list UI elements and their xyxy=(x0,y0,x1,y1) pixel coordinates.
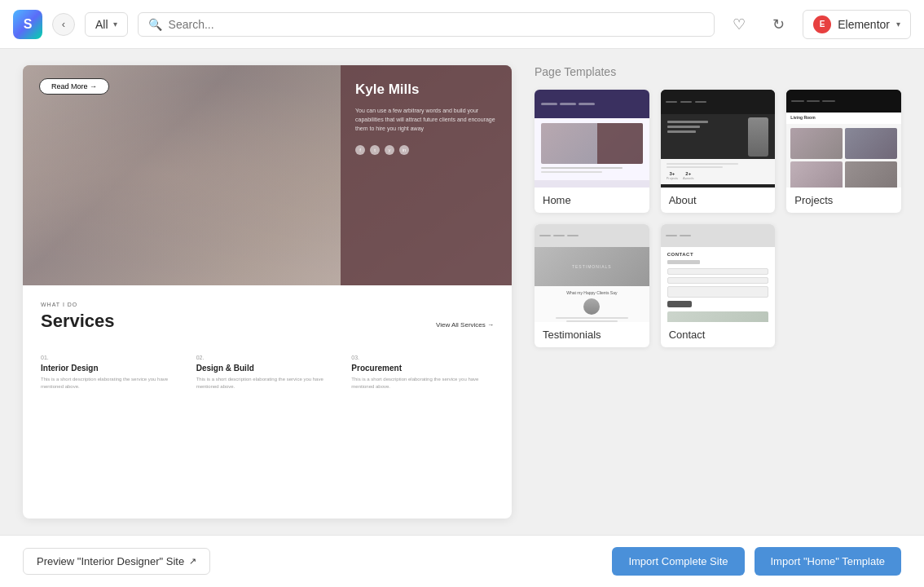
template-thumb-projects: Living Room xyxy=(786,90,901,188)
template-thumb-home xyxy=(535,90,649,188)
footer-actions: Import Complete Site Import "Home" Templ… xyxy=(612,547,901,576)
template-label-testimonials: Testimonials xyxy=(535,322,649,347)
refresh-button[interactable]: ↻ xyxy=(763,10,793,39)
stat-2: 2+ Awards xyxy=(683,171,693,180)
thumb-home-body xyxy=(535,118,649,180)
favorites-button[interactable]: ♡ xyxy=(724,10,754,39)
template-card-projects[interactable]: Living Room Projects xyxy=(786,90,901,213)
template-card-contact[interactable]: CONTACT Contact xyxy=(661,224,776,347)
template-label-projects: Projects xyxy=(786,188,901,213)
hero-social-icons: f t y in xyxy=(355,145,497,155)
nav-dot xyxy=(560,103,576,105)
elementor-label: Elementor xyxy=(838,18,890,31)
template-thumb-testimonials: Testimonials What my Happy Clients Say xyxy=(535,224,649,322)
social-icon-2: t xyxy=(370,145,380,155)
filter-dropdown[interactable]: All ▾ xyxy=(85,12,128,37)
nav-dot xyxy=(541,103,557,105)
thumb-about-top xyxy=(661,90,776,114)
import-home-button[interactable]: Import "Home" Template xyxy=(755,547,902,576)
service-title-1: Interior Design xyxy=(41,364,183,373)
social-icon-4: in xyxy=(399,145,409,155)
stat-label-1: Projects xyxy=(667,176,678,180)
thumb-cont-textarea xyxy=(667,286,769,298)
view-all-link: View All Services → xyxy=(436,321,494,329)
search-icon: 🔍 xyxy=(148,18,162,31)
footer: Preview "Interior Designer" Site ↗ Impor… xyxy=(0,535,924,587)
preview-hero-section: Read More → Kyle Mills You can use a few… xyxy=(23,65,512,285)
thumb-cont-submit xyxy=(667,301,692,307)
thumb-about-person xyxy=(748,117,768,157)
service-num-3: 03. xyxy=(351,355,494,360)
thumb-about-body: 3+ Projects 2+ Awards xyxy=(661,159,776,184)
preview-inner: Read More → Kyle Mills You can use a few… xyxy=(23,65,512,519)
template-card-testimonials[interactable]: Testimonials What my Happy Clients Say T… xyxy=(535,224,649,347)
thumb-proj-top xyxy=(786,90,901,113)
thumb-cont-field-2 xyxy=(667,277,769,284)
service-item-3: 03. Procurement This is a short descript… xyxy=(351,355,494,391)
proj-item-4 xyxy=(845,161,897,188)
service-desc-2: This is a short description elaborating … xyxy=(196,376,339,391)
templates-grid: Home xyxy=(535,90,901,347)
thumb-cont-title xyxy=(667,260,700,264)
template-card-about[interactable]: 3+ Projects 2+ Awards About xyxy=(661,90,776,213)
nav-line xyxy=(567,235,579,236)
thumb-home-top xyxy=(535,90,649,118)
thumb-home-overlay xyxy=(597,123,643,164)
service-desc-3: This is a short description elaborating … xyxy=(351,376,494,391)
thumb-test-hero: Testimonials xyxy=(535,247,649,286)
service-num-1: 01. xyxy=(41,355,183,360)
thumb-test-person xyxy=(583,298,600,315)
nav-line xyxy=(666,235,677,236)
social-icon-1: f xyxy=(355,145,365,155)
nav-line xyxy=(822,100,835,102)
proj-item-1 xyxy=(790,128,843,159)
elementor-dropdown[interactable]: E Elementor ▾ xyxy=(803,10,911,39)
service-item-1: 01. Interior Design This is a short desc… xyxy=(41,355,183,391)
services-heading: Services xyxy=(41,311,115,332)
chevron-down-icon: ▾ xyxy=(113,20,117,29)
template-label-about: About xyxy=(661,188,776,213)
hero-description: You can use a few arbitrary words and bu… xyxy=(355,106,497,134)
service-item-2: 02. Design & Build This is a short descr… xyxy=(196,355,339,391)
template-label-contact: Contact xyxy=(661,322,776,347)
import-complete-button[interactable]: Import Complete Site xyxy=(612,547,744,576)
search-bar[interactable]: 🔍 xyxy=(138,12,715,37)
read-more-button: Read More → xyxy=(39,78,109,95)
filter-value: All xyxy=(95,18,108,31)
what-i-do-label: WHAT I DO xyxy=(41,302,494,307)
thumb-cont-body: CONTACT xyxy=(661,247,776,322)
thumb-cont-map xyxy=(667,311,769,322)
text-line xyxy=(667,126,700,128)
body-line xyxy=(667,166,724,168)
nav-line xyxy=(807,100,820,102)
external-link-icon: ↗ xyxy=(189,556,196,567)
thumb-about-text xyxy=(667,121,708,135)
search-input[interactable] xyxy=(169,18,705,31)
thumb-test-sub: What my Happy Clients Say xyxy=(535,286,649,322)
thumb-home-hero xyxy=(541,123,643,164)
nav-line xyxy=(680,101,692,103)
hero-name: Kyle Mills xyxy=(355,82,497,98)
thumb-cont-field-1 xyxy=(667,268,769,275)
back-button[interactable]: ‹ xyxy=(52,13,75,36)
stat-1: 3+ Projects xyxy=(667,171,678,180)
preview-site-button[interactable]: Preview "Interior Designer" Site ↗ xyxy=(23,548,210,575)
nav-dot xyxy=(579,103,595,105)
nav-line xyxy=(695,101,706,103)
services-grid: 01. Interior Design This is a short desc… xyxy=(41,355,494,391)
test-line xyxy=(556,317,628,319)
text-line xyxy=(667,130,696,133)
logo-text: S xyxy=(24,17,33,32)
elementor-icon: E xyxy=(813,15,831,33)
thumb-proj-grid xyxy=(786,124,901,188)
template-thumb-about: 3+ Projects 2+ Awards xyxy=(661,90,776,188)
template-card-home[interactable]: Home xyxy=(535,90,649,213)
thumb-about-stats: 3+ Projects 2+ Awards xyxy=(667,171,770,180)
service-title-3: Procurement xyxy=(351,364,494,373)
right-panel: Page Templates xyxy=(512,49,924,535)
content-wrapper: Interior Designer Read More → Kyle Mills… xyxy=(0,49,924,535)
template-label-home: Home xyxy=(535,188,649,213)
nav-line xyxy=(666,101,677,103)
service-num-2: 02. xyxy=(196,355,339,360)
service-desc-1: This is a short description elaborating … xyxy=(41,376,183,391)
